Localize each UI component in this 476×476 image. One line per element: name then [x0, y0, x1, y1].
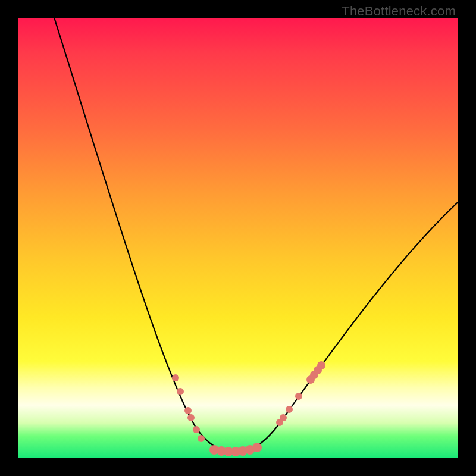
bottleneck-curve — [52, 18, 458, 451]
marker — [177, 388, 184, 395]
marker — [317, 361, 325, 369]
marker — [280, 414, 287, 421]
marker — [187, 414, 195, 421]
marker — [193, 426, 200, 433]
watermark-text: TheBottleneck.com — [342, 4, 456, 19]
marker — [172, 374, 179, 381]
markers-right — [276, 361, 325, 426]
marker — [184, 407, 192, 414]
curve-layer — [18, 18, 458, 458]
marker — [295, 393, 302, 400]
marker — [198, 435, 205, 442]
marker — [252, 443, 262, 452]
plot-area — [18, 18, 458, 458]
chart-frame: TheBottleneck.com — [0, 0, 476, 476]
markers-bottom — [209, 443, 262, 456]
marker — [286, 406, 293, 413]
